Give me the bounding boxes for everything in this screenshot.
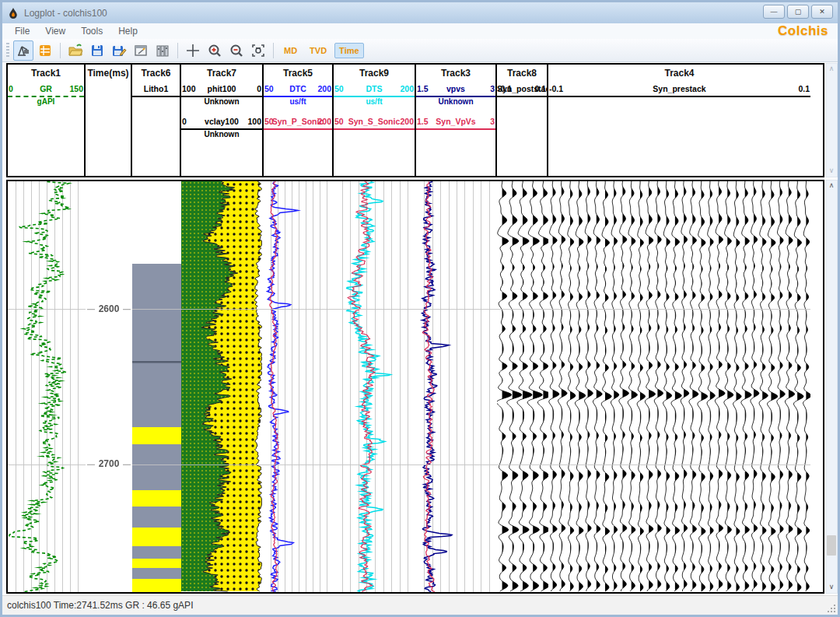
scale-max: 0 [257, 84, 261, 93]
status-bar: colchis100 Time:2741.52ms GR : 46.65 gAP… [2, 595, 838, 615]
curve-scale-row: 50DTC200 [264, 83, 332, 96]
track-plot-track1[interactable] [8, 181, 86, 592]
window-controls: —▢✕ [763, 2, 833, 23]
scroll-thumb[interactable] [827, 535, 836, 556]
plot-scrollbar[interactable]: ∧ ∨ [825, 180, 838, 594]
zoom-in-icon [207, 43, 222, 58]
mode-tvd-button[interactable]: TVD [305, 43, 331, 58]
resize-grip-icon[interactable] [827, 604, 836, 613]
toolbar-separator [273, 43, 274, 58]
track-manager-button[interactable] [152, 40, 173, 61]
track-header-track4: Track4-0.1Syn_prestack0.1 [548, 65, 810, 176]
track-plot-track4[interactable] [548, 181, 810, 592]
curve-scale-row: 50Syn_P_Sonic200 [264, 116, 332, 128]
mode-time-button[interactable]: Time [334, 43, 363, 58]
toolbar-separator [177, 43, 178, 58]
zoom-out-icon [229, 43, 244, 58]
track-plot-track9[interactable] [334, 181, 416, 592]
track-plot-track8[interactable] [497, 181, 548, 592]
track-body-track7 [181, 181, 264, 592]
scale-max: 150 [69, 84, 83, 93]
save-button[interactable] [87, 40, 107, 61]
curve-unit: Unknown [416, 97, 495, 107]
scale-max: 0.1 [534, 84, 546, 93]
menu-tools[interactable]: Tools [73, 24, 110, 38]
plot-view-button[interactable] [13, 40, 33, 61]
curve-scale-row: -0.1Syn_prestack0.1 [548, 83, 810, 96]
open-file-icon [68, 43, 83, 58]
scroll-up-icon[interactable]: ∧ [826, 64, 837, 75]
app-window: Logplot - colchis100 —▢✕ FileViewToolsHe… [0, 0, 840, 617]
track-header-track3: Track31.5vpvs3Unknown1.5Syn_VpVs3 [416, 65, 497, 176]
plot-settings-button[interactable] [131, 40, 151, 61]
curve-name: Litho1 [132, 84, 180, 93]
scroll-down-icon[interactable]: ∨ [826, 582, 837, 593]
scale-max: 0.1 [798, 84, 810, 93]
curve-name: phit100 [181, 84, 262, 93]
curve-scale-row: 1.5Syn_VpVs3 [416, 116, 495, 128]
menu-view[interactable]: View [37, 24, 73, 38]
curve-unit [416, 130, 495, 140]
track-title: Track3 [416, 65, 495, 82]
open-file-button[interactable] [65, 40, 86, 61]
snapshot-button[interactable] [248, 40, 268, 61]
track-body-track5 [264, 181, 334, 592]
header-scrollbar[interactable]: ∧ ∨ [825, 63, 838, 177]
track-header-timems: Time(ms) [86, 65, 132, 176]
curve-scale-row: 50DTS200 [334, 83, 415, 96]
brand-logo: Colchis [778, 23, 828, 39]
track-header-track7: Track7100phit1000Unknown0vclay100100Unkn… [181, 65, 264, 176]
close-button[interactable]: ✕ [811, 5, 833, 19]
curve-unit: us/ft [264, 97, 332, 107]
title-bar[interactable]: Logplot - colchis100 —▢✕ [2, 2, 838, 23]
scroll-down-icon[interactable]: ∨ [826, 166, 837, 177]
track-body-track3 [416, 181, 497, 592]
maximize-button[interactable]: ▢ [787, 5, 809, 19]
track-body-track1 [8, 181, 86, 592]
zoom-out-button[interactable] [226, 40, 247, 61]
save-icon [89, 43, 105, 58]
track-body-track9 [334, 181, 416, 592]
scroll-up-icon[interactable]: ∧ [826, 181, 837, 191]
toolbar: MDTVDTime [2, 39, 838, 62]
track-manager-icon [155, 43, 170, 58]
track-plot-track5[interactable] [264, 181, 334, 592]
track-body-track8 [497, 181, 548, 592]
track-plot-track7[interactable] [181, 181, 264, 592]
curve-scale-row: 50Syn_S_Sonic200 [334, 116, 415, 128]
track-title: Track6 [132, 65, 180, 82]
save-as-button[interactable] [109, 40, 129, 61]
curve-unit [132, 97, 180, 107]
track-plot-track6[interactable] [132, 181, 181, 592]
track-header-track8: Track8-0.1Syn_poststack0.1 [497, 65, 548, 176]
curve-unit: Unknown [181, 130, 262, 140]
crosshair-icon [185, 43, 201, 58]
track-title: Track9 [334, 65, 415, 82]
zoom-in-button[interactable] [205, 40, 225, 61]
track-body-track4 [548, 181, 810, 592]
minimize-button[interactable]: — [763, 5, 785, 19]
data-table-button[interactable] [35, 40, 55, 61]
menu-help[interactable]: Help [110, 24, 145, 38]
track-header-pane: Track10GR150gAPITime(ms)Track6Litho1 Tra… [6, 63, 824, 177]
menu-bar: FileViewToolsHelpColchis [2, 23, 838, 39]
track-header-track1: Track10GR150gAPI [8, 65, 86, 176]
app-flame-icon [7, 7, 19, 19]
track-title: Track1 [8, 65, 84, 82]
curve-name: vpvs [416, 84, 495, 93]
track-plot-track3[interactable] [416, 181, 497, 592]
track-header-track5: Track550DTC200us/ft50Syn_P_Sonic200 [264, 65, 334, 176]
mode-md-button[interactable]: MD [279, 43, 302, 58]
track-title: Track4 [548, 65, 810, 82]
toolbar-grip[interactable] [6, 43, 9, 58]
menu-file[interactable]: File [7, 24, 37, 38]
curve-unit [264, 130, 332, 140]
curve-unit: Unknown [181, 97, 262, 107]
crosshair-button[interactable] [183, 40, 203, 61]
scale-max: 200 [317, 84, 331, 93]
track-plot-timems[interactable] [86, 181, 132, 592]
plot-settings-icon [133, 43, 149, 58]
plot-view-icon [16, 43, 31, 58]
scale-max: 200 [317, 117, 331, 126]
snapshot-icon [250, 43, 266, 58]
